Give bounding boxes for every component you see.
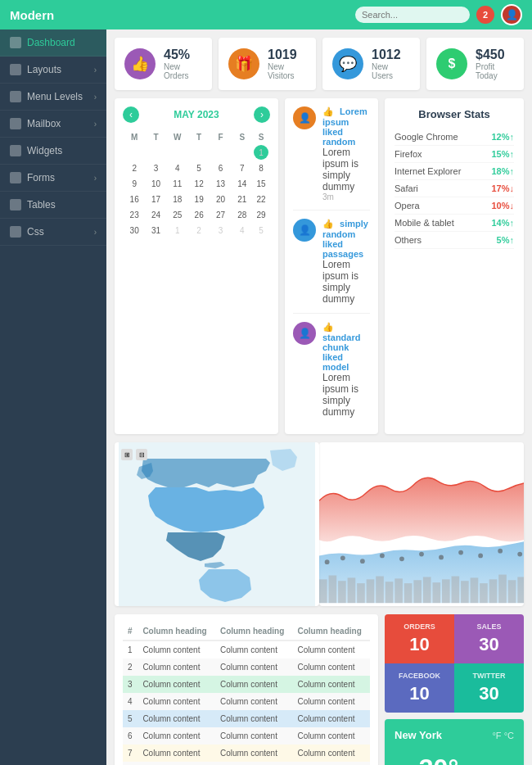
- cal-day-t: T: [146, 131, 165, 143]
- cal-day[interactable]: 27: [210, 208, 230, 222]
- cal-day[interactable]: 30: [124, 224, 144, 238]
- search-input[interactable]: [355, 7, 470, 23]
- cal-day[interactable]: 17: [146, 192, 165, 206]
- svg-rect-21: [394, 578, 403, 603]
- cal-day[interactable]: 13: [210, 177, 230, 191]
- avatar[interactable]: 👤: [501, 4, 522, 25]
- cell-3: Column content: [292, 745, 370, 762]
- area-chart-card: [319, 442, 524, 606]
- cal-day: [210, 145, 230, 160]
- activity-desc-1: Lorem ipsum is simply dummy: [322, 147, 370, 192]
- cal-day[interactable]: 8: [254, 161, 268, 175]
- cal-day[interactable]: 5: [254, 224, 268, 238]
- sidebar-item-tables[interactable]: Tables: [0, 192, 106, 219]
- stats-box: FACEBOOK10: [385, 663, 454, 713]
- cal-day[interactable]: 6: [210, 161, 230, 175]
- stats-box: ORDERS10: [385, 614, 454, 663]
- cal-day[interactable]: 14: [232, 177, 252, 191]
- cal-day[interactable]: 28: [232, 208, 252, 222]
- cal-day[interactable]: 21: [232, 192, 252, 206]
- like-icon-3: 👍: [322, 322, 334, 332]
- cal-day[interactable]: 4: [232, 224, 252, 238]
- area-chart: [319, 442, 524, 606]
- cal-day[interactable]: 1: [168, 224, 187, 238]
- cal-day[interactable]: 10: [146, 177, 165, 191]
- table-row: 5Column contentColumn contentColumn cont…: [123, 710, 370, 727]
- cal-day[interactable]: 31: [146, 224, 165, 238]
- table-card: # Column heading Column heading Column h…: [115, 614, 378, 765]
- sidebar-item-widgets[interactable]: Widgets: [0, 138, 106, 165]
- cal-day[interactable]: 5: [189, 161, 209, 175]
- browser-row: Google Chrome12%↑: [394, 129, 514, 146]
- browser-name: Firefox: [394, 149, 422, 159]
- notification-badge[interactable]: 2: [476, 6, 494, 24]
- weather-top: New York °F °C: [394, 729, 514, 741]
- cal-day[interactable]: 11: [168, 177, 187, 191]
- cal-day[interactable]: 18: [168, 192, 187, 206]
- map-icon-2[interactable]: ⊟: [136, 449, 147, 460]
- sidebar-item-menu-levels[interactable]: Menu Levels ›: [0, 84, 106, 111]
- users-icon: 💬: [332, 48, 363, 79]
- cal-day[interactable]: 29: [254, 208, 268, 222]
- cal-day[interactable]: 19: [189, 192, 209, 206]
- cal-next-button[interactable]: ›: [254, 106, 270, 123]
- stat-card-visitors: 🎁 1019 New Visitors: [219, 38, 316, 90]
- arrow-icon: ›: [94, 93, 97, 102]
- cal-day-t2: T: [189, 131, 209, 143]
- sidebar-label-tables: Tables: [27, 199, 56, 210]
- users-label: New Users: [372, 62, 410, 80]
- sidebar-label-menu: Menu Levels: [27, 91, 83, 102]
- browser-row: Internet Explorer18%↑: [394, 163, 514, 180]
- sidebar-item-mailbox[interactable]: Mailbox ›: [0, 111, 106, 138]
- cal-day[interactable]: 3: [210, 224, 230, 238]
- browser-row: Firefox15%↑: [394, 146, 514, 163]
- cal-day[interactable]: 2: [189, 224, 209, 238]
- cal-day[interactable]: 23: [124, 208, 144, 222]
- table-row: 1Column contentColumn contentColumn cont…: [123, 641, 370, 659]
- cell-num: 8: [123, 762, 138, 765]
- cal-day[interactable]: 22: [254, 192, 268, 206]
- stat-card-users: 💬 1012 New Users: [322, 38, 420, 90]
- browser-name: Opera: [394, 201, 420, 210]
- cell-1: Column content: [138, 762, 215, 765]
- svg-point-11: [498, 549, 503, 554]
- calendar-title: MAY 2023: [174, 109, 219, 120]
- cell-num: 3: [123, 676, 138, 693]
- svg-rect-20: [385, 582, 394, 603]
- cal-day[interactable]: 1: [254, 145, 268, 160]
- cal-prev-button[interactable]: ‹: [123, 106, 139, 123]
- activity-desc-3: Lorem ipsum is simply dummy: [322, 372, 370, 418]
- svg-rect-19: [376, 576, 384, 603]
- cal-day[interactable]: 26: [189, 208, 209, 222]
- cal-day[interactable]: 4: [168, 161, 187, 175]
- map-icon-1[interactable]: ⊞: [121, 449, 133, 460]
- browser-pct: 18%↑: [491, 166, 514, 176]
- sidebar-item-css[interactable]: Css ›: [0, 219, 106, 246]
- cal-day[interactable]: 3: [146, 161, 165, 175]
- browser-stats-title: Browser Stats: [394, 108, 514, 120]
- cal-day[interactable]: 9: [124, 177, 144, 191]
- cell-3: Column content: [292, 710, 370, 727]
- cal-day[interactable]: 25: [168, 208, 187, 222]
- cal-day[interactable]: 20: [210, 192, 230, 206]
- stat-card-orders: 👍 45% New Orders: [115, 38, 212, 90]
- svg-rect-14: [329, 576, 337, 604]
- cell-2: Column content: [215, 641, 293, 659]
- sidebar-item-forms[interactable]: Forms ›: [0, 165, 106, 192]
- cal-day[interactable]: 12: [189, 177, 209, 191]
- stats-box-value: 10: [409, 634, 429, 655]
- cal-day[interactable]: 15: [254, 177, 268, 191]
- menu-icon: [10, 91, 21, 102]
- cal-day[interactable]: 2: [124, 161, 144, 175]
- browser-name: Mobile & tablet: [394, 218, 454, 228]
- orders-icon: 👍: [124, 48, 156, 79]
- sidebar-item-layouts[interactable]: Layouts ›: [0, 57, 106, 84]
- sidebar-label-forms: Forms: [27, 172, 55, 183]
- cal-day[interactable]: 24: [146, 208, 165, 222]
- sidebar: Dashboard Layouts › Menu Levels › Mailbo…: [0, 29, 106, 765]
- cal-day[interactable]: 7: [232, 161, 252, 175]
- sidebar-item-dashboard[interactable]: Dashboard: [0, 29, 106, 57]
- profit-value: $450: [476, 48, 514, 62]
- cal-day[interactable]: 16: [124, 192, 144, 206]
- content-area: 👍 45% New Orders 🎁 1019 New Visitors 💬 1…: [106, 29, 532, 765]
